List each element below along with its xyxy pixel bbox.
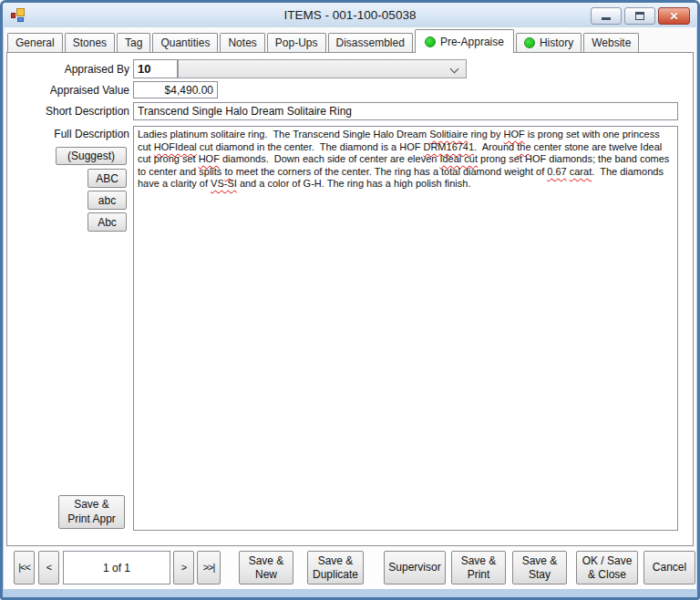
items-window: ITEMS - 001-100-05038 ✕ General Stones T… [0, 0, 700, 600]
appraised-by-label: Appraised By [7, 63, 129, 76]
appraised-value-label: Appraised Value [7, 84, 129, 97]
titlecase-button[interactable]: Abc [88, 212, 127, 232]
maximize-button[interactable] [624, 7, 655, 25]
appraised-by-dropdown[interactable] [178, 59, 467, 78]
record-position-box[interactable] [63, 551, 170, 584]
tab-page-pre-appraise: Appraised By Appraised Value Short Descr… [6, 52, 694, 546]
tab-general[interactable]: General [7, 33, 63, 52]
uppercase-button[interactable]: ABC [88, 169, 127, 188]
tab-disassembled[interactable]: Disassembled [328, 33, 413, 52]
maximize-icon [635, 12, 644, 20]
window-controls: ✕ [591, 7, 690, 25]
short-description-input[interactable] [133, 102, 678, 120]
green-status-icon [425, 36, 436, 47]
tab-pre-appraise[interactable]: Pre-Appraise [415, 29, 514, 53]
tab-pop-ups[interactable]: Pop-Ups [267, 33, 326, 52]
minimize-button[interactable] [591, 7, 622, 25]
first-record-button[interactable]: |<< [14, 551, 35, 584]
tab-quantities[interactable]: Quantities [152, 33, 218, 52]
tab-stones[interactable]: Stones [65, 33, 115, 52]
tab-history[interactable]: History [516, 33, 582, 52]
form-body: General Stones Tag Quantities Notes Pop-… [4, 27, 696, 589]
save-print-appr-button[interactable]: Save & Print Appr [58, 495, 125, 529]
last-record-button[interactable]: >>| [197, 551, 221, 584]
title-bar[interactable]: ITEMS - 001-100-05038 ✕ [3, 3, 697, 27]
cancel-button[interactable]: Cancel [643, 551, 695, 584]
close-icon: ✕ [669, 11, 678, 22]
green-status-icon [524, 37, 535, 48]
save-and-stay-button[interactable]: Save & Stay [512, 551, 567, 584]
chevron-down-icon [450, 65, 459, 74]
short-description-label: Short Description [7, 105, 129, 118]
minimize-icon [602, 17, 611, 20]
tab-notes[interactable]: Notes [220, 33, 264, 52]
lowercase-button[interactable]: abc [88, 191, 127, 210]
next-record-button[interactable]: > [173, 551, 194, 584]
tab-tag[interactable]: Tag [117, 33, 150, 52]
save-and-duplicate-button[interactable]: Save & Duplicate [307, 551, 364, 584]
close-button[interactable]: ✕ [658, 7, 690, 25]
suggest-button[interactable]: (Suggest) [56, 147, 127, 165]
save-and-print-button[interactable]: Save & Print [451, 551, 506, 584]
appraised-by-input[interactable] [133, 59, 178, 78]
appraised-value-input[interactable] [133, 81, 218, 98]
bottom-action-bar: |<< < > >>| Save & New Save & Duplicate … [4, 546, 696, 589]
tab-strip: General Stones Tag Quantities Notes Pop-… [4, 27, 696, 52]
ok-save-and-close-button[interactable]: OK / Save & Close [576, 551, 638, 584]
supervisor-button[interactable]: Supervisor [384, 551, 446, 584]
full-description-box[interactable]: Ladies platinum solitaire ring. The Tran… [133, 126, 678, 531]
save-and-new-button[interactable]: Save & New [239, 551, 293, 584]
tab-website[interactable]: Website [583, 33, 639, 52]
previous-record-button[interactable]: < [38, 551, 59, 584]
full-description-label: Full Description [7, 128, 129, 140]
